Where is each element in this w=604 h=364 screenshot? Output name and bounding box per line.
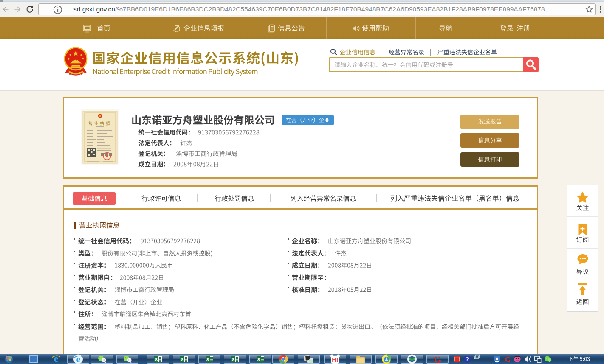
svg-text:X: X — [231, 357, 235, 362]
svg-text:X: X — [257, 357, 260, 362]
svg-text:G: G — [505, 355, 511, 364]
svg-text:H!: H! — [332, 356, 338, 363]
svg-text:X: X — [206, 357, 209, 362]
svg-text:?: ? — [466, 356, 469, 362]
svg-text:G: G — [434, 354, 441, 364]
svg-text:X: X — [155, 357, 158, 362]
svg-text:X: X — [181, 357, 184, 362]
